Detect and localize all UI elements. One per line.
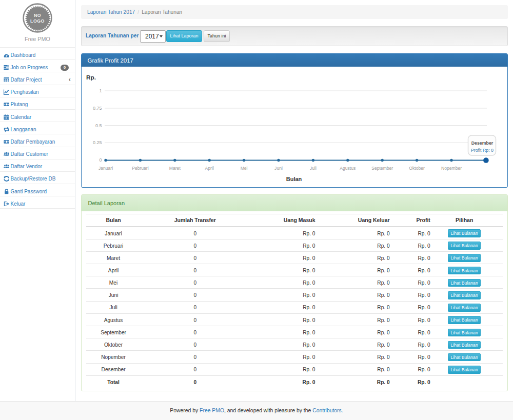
svg-text:Rp.: Rp.	[86, 74, 96, 81]
svg-text:LOGO: LOGO	[30, 18, 45, 24]
svg-text:0.5: 0.5	[95, 123, 102, 128]
svg-text:Juni: Juni	[274, 165, 283, 170]
svg-text:Januari: Januari	[98, 165, 113, 170]
svg-text:September: September	[371, 165, 393, 170]
svg-text:Pebruari: Pebruari	[132, 165, 149, 170]
svg-text:0.25: 0.25	[93, 140, 102, 145]
svg-text:April: April	[205, 165, 214, 170]
svg-text:Nopember: Nopember	[441, 165, 462, 170]
svg-text:Juli: Juli	[310, 165, 317, 170]
svg-text:0.75: 0.75	[93, 106, 102, 111]
svg-text:1: 1	[99, 88, 102, 93]
svg-text:Bulan: Bulan	[286, 175, 302, 182]
svg-text:0: 0	[99, 157, 102, 162]
svg-text:Desember: Desember	[471, 140, 494, 145]
svg-text:Profit Rp: 0: Profit Rp: 0	[471, 148, 494, 153]
svg-text:Mei: Mei	[241, 165, 248, 170]
svg-text:NO: NO	[34, 13, 41, 18]
svg-text:Agustus: Agustus	[340, 165, 356, 170]
svg-text:Maret: Maret	[169, 165, 181, 170]
svg-text:Oktober: Oktober	[409, 165, 425, 170]
